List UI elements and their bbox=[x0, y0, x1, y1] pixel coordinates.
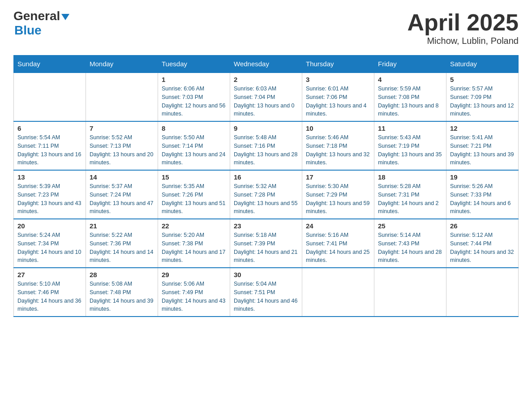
calendar-cell: 9Sunrise: 5:48 AMSunset: 7:16 PMDaylight… bbox=[230, 121, 302, 170]
sun-info: Sunrise: 5:28 AMSunset: 7:31 PMDaylight:… bbox=[378, 182, 442, 216]
day-number: 23 bbox=[234, 222, 298, 230]
title-section: April 2025 Michow, Lublin, Poland bbox=[407, 9, 519, 46]
calendar-cell: 25Sunrise: 5:14 AMSunset: 7:43 PMDayligh… bbox=[374, 219, 446, 268]
day-number: 13 bbox=[17, 173, 82, 181]
sun-info: Sunrise: 5:04 AMSunset: 7:51 PMDaylight:… bbox=[234, 280, 298, 313]
sun-info: Sunrise: 6:01 AMSunset: 7:06 PMDaylight:… bbox=[306, 85, 370, 118]
calendar-subtitle: Michow, Lublin, Poland bbox=[407, 36, 519, 46]
day-number: 15 bbox=[162, 173, 226, 181]
day-number: 8 bbox=[162, 124, 226, 132]
sun-info: Sunrise: 5:18 AMSunset: 7:39 PMDaylight:… bbox=[234, 231, 298, 265]
calendar-cell: 30Sunrise: 5:04 AMSunset: 7:51 PMDayligh… bbox=[230, 268, 302, 317]
day-number: 16 bbox=[234, 173, 298, 181]
calendar-cell: 1Sunrise: 6:06 AMSunset: 7:03 PMDaylight… bbox=[158, 73, 230, 121]
calendar-week-row: 1Sunrise: 6:06 AMSunset: 7:03 PMDaylight… bbox=[14, 73, 519, 121]
sun-info: Sunrise: 5:22 AMSunset: 7:36 PMDaylight:… bbox=[90, 231, 154, 265]
day-number: 27 bbox=[17, 271, 82, 278]
day-number: 26 bbox=[450, 222, 515, 230]
calendar-table: SundayMondayTuesdayWednesdayThursdayFrid… bbox=[13, 55, 519, 317]
sun-info: Sunrise: 5:39 AMSunset: 7:23 PMDaylight:… bbox=[17, 182, 82, 216]
logo-blue-text: Blue bbox=[14, 23, 69, 38]
sun-info: Sunrise: 6:06 AMSunset: 7:03 PMDaylight:… bbox=[162, 85, 226, 118]
calendar-cell: 24Sunrise: 5:16 AMSunset: 7:41 PMDayligh… bbox=[302, 219, 374, 268]
calendar-cell: 13Sunrise: 5:39 AMSunset: 7:23 PMDayligh… bbox=[14, 170, 86, 219]
calendar-cell: 21Sunrise: 5:22 AMSunset: 7:36 PMDayligh… bbox=[86, 219, 158, 268]
calendar-cell bbox=[446, 268, 519, 317]
calendar-cell: 12Sunrise: 5:41 AMSunset: 7:21 PMDayligh… bbox=[446, 121, 519, 170]
calendar-cell: 18Sunrise: 5:28 AMSunset: 7:31 PMDayligh… bbox=[374, 170, 446, 219]
day-number: 11 bbox=[378, 124, 442, 132]
day-header-sunday: Sunday bbox=[14, 56, 86, 73]
calendar-cell: 29Sunrise: 5:06 AMSunset: 7:49 PMDayligh… bbox=[158, 268, 230, 317]
sun-info: Sunrise: 5:41 AMSunset: 7:21 PMDaylight:… bbox=[450, 133, 515, 167]
day-number: 24 bbox=[306, 222, 370, 230]
sun-info: Sunrise: 5:24 AMSunset: 7:34 PMDaylight:… bbox=[17, 231, 82, 265]
sun-info: Sunrise: 5:10 AMSunset: 7:46 PMDaylight:… bbox=[17, 280, 82, 313]
day-number: 7 bbox=[90, 124, 154, 132]
sun-info: Sunrise: 5:14 AMSunset: 7:43 PMDaylight:… bbox=[378, 231, 442, 265]
calendar-cell: 16Sunrise: 5:32 AMSunset: 7:28 PMDayligh… bbox=[230, 170, 302, 219]
calendar-cell bbox=[14, 73, 86, 121]
sun-info: Sunrise: 5:20 AMSunset: 7:38 PMDaylight:… bbox=[162, 231, 226, 265]
sun-info: Sunrise: 5:35 AMSunset: 7:26 PMDaylight:… bbox=[162, 182, 226, 216]
day-header-wednesday: Wednesday bbox=[230, 56, 302, 73]
logo-general-text: General bbox=[13, 9, 60, 23]
day-number: 30 bbox=[234, 271, 298, 278]
day-number: 10 bbox=[306, 124, 370, 132]
calendar-cell: 23Sunrise: 5:18 AMSunset: 7:39 PMDayligh… bbox=[230, 219, 302, 268]
calendar-cell: 15Sunrise: 5:35 AMSunset: 7:26 PMDayligh… bbox=[158, 170, 230, 219]
calendar-cell: 6Sunrise: 5:54 AMSunset: 7:11 PMDaylight… bbox=[14, 121, 86, 170]
sun-info: Sunrise: 5:50 AMSunset: 7:14 PMDaylight:… bbox=[162, 133, 226, 167]
day-number: 18 bbox=[378, 173, 442, 181]
calendar-cell bbox=[374, 268, 446, 317]
calendar-week-row: 27Sunrise: 5:10 AMSunset: 7:46 PMDayligh… bbox=[14, 268, 519, 317]
calendar-cell: 19Sunrise: 5:26 AMSunset: 7:33 PMDayligh… bbox=[446, 170, 519, 219]
day-number: 20 bbox=[17, 222, 82, 230]
calendar-week-row: 13Sunrise: 5:39 AMSunset: 7:23 PMDayligh… bbox=[14, 170, 519, 219]
day-number: 2 bbox=[234, 76, 298, 83]
calendar-cell: 8Sunrise: 5:50 AMSunset: 7:14 PMDaylight… bbox=[158, 121, 230, 170]
day-number: 17 bbox=[306, 173, 370, 181]
sun-info: Sunrise: 5:12 AMSunset: 7:44 PMDaylight:… bbox=[450, 231, 515, 265]
calendar-cell bbox=[302, 268, 374, 317]
calendar-cell: 20Sunrise: 5:24 AMSunset: 7:34 PMDayligh… bbox=[14, 219, 86, 268]
sun-info: Sunrise: 6:03 AMSunset: 7:04 PMDaylight:… bbox=[234, 85, 298, 118]
day-number: 14 bbox=[90, 173, 154, 181]
day-number: 22 bbox=[162, 222, 226, 230]
calendar-cell: 4Sunrise: 5:59 AMSunset: 7:08 PMDaylight… bbox=[374, 73, 446, 121]
calendar-cell: 5Sunrise: 5:57 AMSunset: 7:09 PMDaylight… bbox=[446, 73, 519, 121]
day-header-tuesday: Tuesday bbox=[158, 56, 230, 73]
day-number: 3 bbox=[306, 76, 370, 83]
calendar-week-row: 6Sunrise: 5:54 AMSunset: 7:11 PMDaylight… bbox=[14, 121, 519, 170]
calendar-cell: 3Sunrise: 6:01 AMSunset: 7:06 PMDaylight… bbox=[302, 73, 374, 121]
sun-info: Sunrise: 5:32 AMSunset: 7:28 PMDaylight:… bbox=[234, 182, 298, 216]
sun-info: Sunrise: 5:30 AMSunset: 7:29 PMDaylight:… bbox=[306, 182, 370, 216]
day-header-friday: Friday bbox=[374, 56, 446, 73]
day-number: 4 bbox=[378, 76, 442, 83]
day-header-thursday: Thursday bbox=[302, 56, 374, 73]
day-header-saturday: Saturday bbox=[446, 56, 519, 73]
calendar-week-row: 20Sunrise: 5:24 AMSunset: 7:34 PMDayligh… bbox=[14, 219, 519, 268]
calendar-cell: 17Sunrise: 5:30 AMSunset: 7:29 PMDayligh… bbox=[302, 170, 374, 219]
day-number: 12 bbox=[450, 124, 515, 132]
page-header: General Blue April 2025 Michow, Lublin, … bbox=[13, 9, 519, 46]
sun-info: Sunrise: 5:37 AMSunset: 7:24 PMDaylight:… bbox=[90, 182, 154, 216]
sun-info: Sunrise: 5:26 AMSunset: 7:33 PMDaylight:… bbox=[450, 182, 515, 216]
calendar-cell bbox=[86, 73, 158, 121]
calendar-cell: 26Sunrise: 5:12 AMSunset: 7:44 PMDayligh… bbox=[446, 219, 519, 268]
sun-info: Sunrise: 5:06 AMSunset: 7:49 PMDaylight:… bbox=[162, 280, 226, 313]
calendar-cell: 7Sunrise: 5:52 AMSunset: 7:13 PMDaylight… bbox=[86, 121, 158, 170]
calendar-title: April 2025 bbox=[407, 9, 519, 36]
calendar-cell: 2Sunrise: 6:03 AMSunset: 7:04 PMDaylight… bbox=[230, 73, 302, 121]
calendar-cell: 10Sunrise: 5:46 AMSunset: 7:18 PMDayligh… bbox=[302, 121, 374, 170]
day-header-monday: Monday bbox=[86, 56, 158, 73]
logo: General Blue bbox=[13, 9, 69, 38]
day-number: 29 bbox=[162, 271, 226, 278]
sun-info: Sunrise: 5:59 AMSunset: 7:08 PMDaylight:… bbox=[378, 85, 442, 118]
sun-info: Sunrise: 5:57 AMSunset: 7:09 PMDaylight:… bbox=[450, 85, 515, 118]
day-number: 28 bbox=[90, 271, 154, 278]
day-number: 21 bbox=[90, 222, 154, 230]
sun-info: Sunrise: 5:46 AMSunset: 7:18 PMDaylight:… bbox=[306, 133, 370, 167]
day-number: 9 bbox=[234, 124, 298, 132]
day-number: 6 bbox=[17, 124, 82, 132]
